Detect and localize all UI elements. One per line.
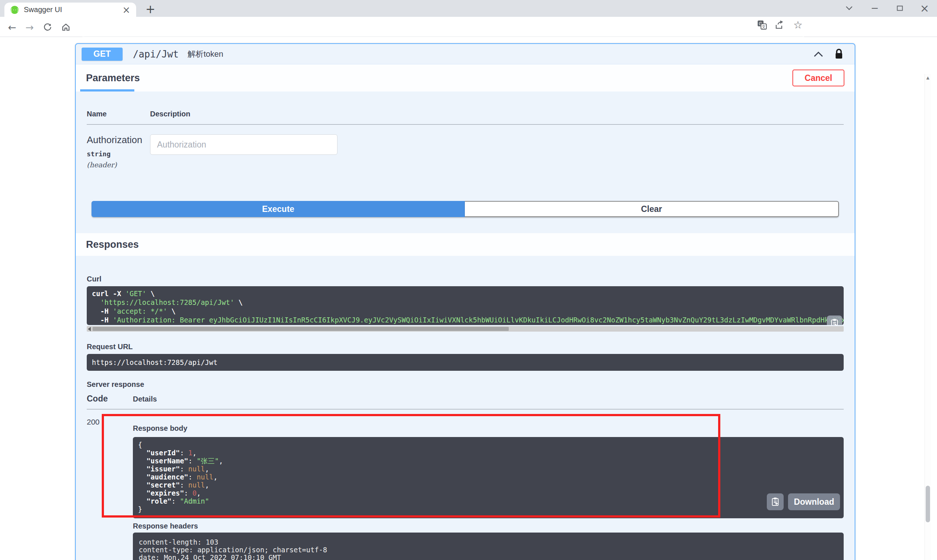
code-line: 'https://localhost:7285/api/Jwt' \	[92, 298, 844, 307]
opblock-get-api-jwt: GET /api/Jwt 解析token Parameters Cancel N…	[75, 43, 855, 560]
opblock-summary[interactable]: GET /api/Jwt 解析token	[76, 44, 855, 65]
code-line: "userId": 1,	[138, 449, 844, 457]
collapse-chevron-icon[interactable]	[814, 51, 823, 57]
code-line: date: Mon,24 Oct 2022 07:10:10 GMT	[139, 554, 844, 560]
tab-strip: {··} Swagger UI × + − ×	[0, 0, 937, 17]
column-code: Code	[87, 394, 133, 404]
code-line: "expires": 0,	[138, 489, 844, 497]
parameter-name: Authorization	[87, 134, 150, 146]
svg-text:{··}: {··}	[10, 8, 19, 12]
response-row-200: 200 Response body Download { "userId": 1…	[87, 416, 844, 560]
status-code: 200	[87, 416, 133, 560]
column-details: Details	[133, 395, 157, 403]
responses-heading: Responses	[86, 239, 139, 250]
cancel-button[interactable]: Cancel	[792, 69, 845, 86]
code-line: "role": "Admin"	[138, 497, 844, 505]
new-tab-button[interactable]: +	[143, 2, 157, 16]
browser-toolbar: ← → localhost:7285/swagger/index.html G文…	[0, 17, 937, 37]
copy-response-button[interactable]	[767, 493, 784, 510]
code-line: "secret": null,	[138, 481, 844, 489]
response-table-header: Code Details	[87, 394, 844, 409]
code-line: content-length: 103	[139, 538, 844, 546]
scrollbar-thumb[interactable]	[926, 486, 930, 522]
tab-title: Swagger UI	[24, 6, 122, 14]
forward-button[interactable]: →	[23, 21, 36, 33]
server-response-label: Server response	[87, 380, 844, 389]
endpoint-path: /api/Jwt	[133, 49, 178, 60]
response-headers-block: content-length: 103content-type: applica…	[133, 532, 844, 560]
execute-row: Execute Clear	[91, 201, 839, 217]
authorize-lock-icon[interactable]	[834, 48, 844, 60]
code-line: }	[138, 505, 844, 513]
column-description: Description	[150, 110, 190, 118]
tab-search-chevron-icon[interactable]	[839, 0, 859, 16]
swagger-favicon-icon: {··}	[10, 6, 19, 14]
scroll-up-arrow-icon[interactable]: ▲	[925, 75, 931, 80]
response-headers-label: Response headers	[133, 522, 844, 530]
translate-icon[interactable]: G文	[757, 20, 767, 30]
home-button[interactable]	[60, 21, 72, 33]
copy-curl-button[interactable]	[827, 315, 842, 325]
clipboard-icon	[830, 318, 839, 325]
responses-section-header: Responses	[76, 233, 855, 256]
window-close-button[interactable]: ×	[914, 0, 935, 16]
code-line: -H 'accept: */*' \	[92, 307, 844, 315]
endpoint-summary: 解析token	[188, 49, 223, 60]
code-line: {	[138, 441, 844, 449]
http-method-badge: GET	[82, 48, 123, 61]
response-body-label: Response body	[133, 424, 844, 432]
clipboard-icon	[771, 497, 780, 506]
browser-tab-swagger-ui[interactable]: {··} Swagger UI ×	[5, 3, 136, 17]
request-url-block: https://localhost:7285/api/Jwt	[87, 354, 844, 371]
parameter-row-authorization: Authorization string (header)	[87, 134, 844, 169]
browser-window: {··} Swagger UI × + − × ← → localhost:72…	[0, 0, 937, 560]
download-button[interactable]: Download	[788, 493, 840, 510]
back-button[interactable]: ←	[6, 21, 18, 33]
tab-parameters[interactable]: Parameters	[86, 72, 140, 84]
page-scrollbar[interactable]: ▲ ▼	[925, 74, 931, 560]
curl-command-block[interactable]: curl -X 'GET' \ 'https://localhost:7285/…	[87, 286, 844, 325]
parameters-table-header: Name Description	[87, 110, 844, 125]
tab-close-icon[interactable]: ×	[122, 5, 130, 15]
column-name: Name	[87, 110, 150, 118]
curl-label: Curl	[87, 256, 844, 283]
bookmark-star-icon[interactable]: ☆	[793, 20, 803, 30]
parameter-location: (header)	[87, 161, 150, 169]
swagger-page: GET /api/Jwt 解析token Parameters Cancel N…	[0, 37, 931, 560]
scroll-left-arrow-icon[interactable]	[88, 327, 91, 331]
parameters-body: Name Description Authorization string (h…	[76, 91, 855, 233]
code-line: "audience": null,	[138, 473, 844, 481]
parameters-section-header: Parameters Cancel	[76, 65, 855, 91]
curl-horizontal-scrollbar[interactable]	[87, 326, 844, 332]
responses-body: Curl curl -X 'GET' \ 'https://localhost:…	[76, 256, 855, 560]
code-line: content-type: application/json; charset=…	[139, 546, 844, 554]
svg-text:文: 文	[762, 25, 766, 29]
code-line: curl -X 'GET' \	[92, 289, 844, 298]
window-maximize-button[interactable]	[889, 0, 910, 16]
scrollbar-thumb[interactable]	[92, 327, 509, 331]
code-line: -H 'Authorization: Bearer eyJhbGciOiJIUz…	[92, 315, 844, 324]
execute-button[interactable]: Execute	[91, 201, 465, 217]
code-line: "issuer": null,	[138, 465, 844, 473]
reload-button[interactable]	[42, 21, 54, 33]
code-line: "userName": "张三",	[138, 457, 844, 465]
active-tab-underline	[80, 89, 134, 91]
parameter-type: string	[87, 150, 150, 158]
window-minimize-button[interactable]: −	[865, 0, 885, 16]
code-line: https://localhost:7285/api/Jwt	[92, 358, 844, 366]
clear-button[interactable]: Clear	[465, 201, 839, 217]
authorization-input[interactable]	[150, 134, 337, 155]
share-icon[interactable]	[774, 20, 785, 30]
response-body-block: Download { "userId": 1, "userName": "张三"…	[133, 437, 844, 518]
request-url-label: Request URL	[87, 343, 844, 351]
